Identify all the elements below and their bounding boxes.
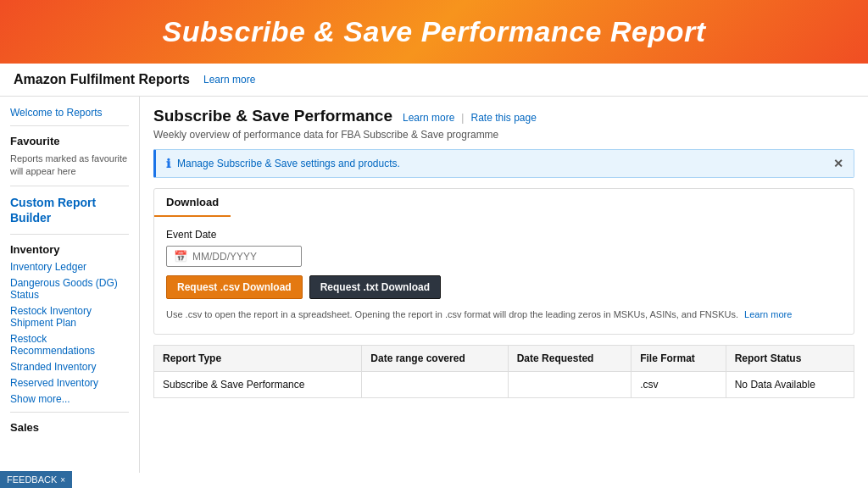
info-banner-text[interactable]: Manage Subscribe & Save settings and pro… [177, 158, 400, 169]
calendar-icon: 📅 [174, 250, 187, 263]
content-title: Subscribe & Save Performance [153, 107, 392, 125]
sidebar-favourite-title: Favourite [10, 135, 129, 147]
info-banner-close[interactable]: ✕ [833, 157, 843, 170]
btn-group: Request .csv Download Request .txt Downl… [166, 275, 842, 299]
content-header: Subscribe & Save Performance Learn more … [153, 107, 854, 125]
sidebar-divider-1 [10, 125, 129, 126]
col-date-range: Date range covered [362, 345, 508, 371]
report-table: Report Type Date range covered Date Requ… [153, 345, 854, 398]
request-csv-button[interactable]: Request .csv Download [166, 275, 303, 299]
content-subtitle: Weekly overview of performance data for … [153, 129, 854, 141]
sidebar-item-restock-shipment[interactable]: Restock Inventory Shipment Plan [10, 305, 129, 329]
content-area: Subscribe & Save Performance Learn more … [140, 97, 868, 473]
download-note: Use .csv to open the report in a spreads… [166, 308, 842, 322]
feedback-badge[interactable]: FEEDBACK × [0, 471, 72, 488]
request-txt-button[interactable]: Request .txt Download [309, 275, 441, 299]
col-file-format: File Format [632, 345, 726, 371]
content-header-links: Learn more | Rate this page [403, 112, 537, 124]
date-input[interactable] [192, 251, 286, 263]
table-row: Subscribe & Save Performance .csv No Dat… [154, 371, 854, 397]
feedback-close[interactable]: × [60, 475, 65, 485]
sidebar-item-restock-recommendations[interactable]: Restock Recommendations [10, 333, 129, 357]
download-tab[interactable]: Download [154, 189, 231, 217]
sidebar: Welcome to Reports Favourite Reports mar… [0, 97, 140, 473]
info-icon: ℹ [166, 157, 170, 170]
sidebar-welcome[interactable]: Welcome to Reports [10, 107, 129, 119]
hero-title: Subscribe & Save Performance Report [0, 15, 868, 48]
content-rate-page[interactable]: Rate this page [470, 112, 536, 124]
top-nav-learn-more[interactable]: Learn more [203, 74, 255, 86]
sidebar-item-dangerous-goods[interactable]: Dangerous Goods (DG) Status [10, 277, 129, 301]
cell-report-status: No Data Available [726, 371, 854, 397]
download-learn-more[interactable]: Learn more [744, 309, 792, 319]
sidebar-divider-3 [10, 234, 129, 235]
sidebar-item-stranded-inventory[interactable]: Stranded Inventory [10, 361, 129, 373]
download-section: Download Event Date 📅 Request .csv Downl… [153, 188, 854, 335]
sidebar-show-more[interactable]: Show more... [10, 393, 129, 405]
sidebar-divider-2 [10, 186, 129, 186]
cell-file-format: .csv [632, 371, 726, 397]
content-learn-more[interactable]: Learn more [403, 112, 454, 124]
cell-date-range [362, 371, 508, 397]
feedback-label: FEEDBACK [7, 474, 57, 485]
sidebar-inventory-title: Inventory [10, 243, 129, 256]
sidebar-favourite-desc: Reports marked as favourite will appear … [10, 152, 129, 179]
info-banner: ℹ Manage Subscribe & Save settings and p… [153, 149, 854, 178]
cell-report-type: Subscribe & Save Performance [154, 371, 362, 397]
sidebar-divider-4 [10, 412, 129, 413]
col-date-requested: Date Requested [508, 345, 631, 371]
table-body: Subscribe & Save Performance .csv No Dat… [154, 371, 854, 397]
col-report-status: Report Status [726, 345, 854, 371]
download-body: Event Date 📅 Request .csv Download Reque… [154, 217, 854, 334]
main-layout: Welcome to Reports Favourite Reports mar… [0, 97, 868, 473]
col-report-type: Report Type [154, 345, 362, 371]
table-head: Report Type Date range covered Date Requ… [154, 345, 854, 371]
top-nav-title: Amazon Fulfilment Reports [14, 72, 190, 87]
hero-banner: Subscribe & Save Performance Report [0, 0, 868, 64]
event-date-label: Event Date [166, 229, 842, 241]
sidebar-item-inventory-ledger[interactable]: Inventory Ledger [10, 261, 129, 273]
sidebar-item-reserved-inventory[interactable]: Reserved Inventory [10, 377, 129, 389]
table-header-row: Report Type Date range covered Date Requ… [154, 345, 854, 371]
cell-date-requested [508, 371, 631, 397]
date-input-wrap: 📅 [166, 246, 302, 267]
top-nav: Amazon Fulfilment Reports Learn more [0, 64, 868, 97]
custom-report-builder[interactable]: Custom Report Builder [10, 195, 129, 225]
sidebar-sales-title: Sales [10, 421, 129, 434]
